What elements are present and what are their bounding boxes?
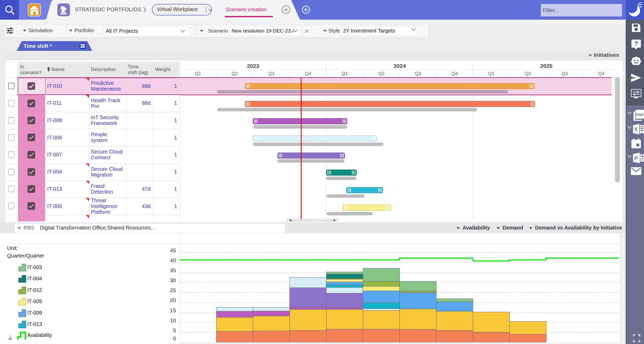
- svg-text:Q4: Q4: [305, 71, 311, 76]
- svg-text:2025: 2025: [540, 63, 553, 69]
- svg-text:2023: 2023: [247, 63, 259, 69]
- svg-text:Q3: Q3: [562, 71, 568, 76]
- svg-text:Q2: Q2: [525, 71, 531, 76]
- svg-text:Q1: Q1: [195, 71, 201, 76]
- svg-text:X: X: [634, 126, 638, 132]
- svg-text:Q3: Q3: [268, 71, 274, 76]
- svg-text:PDF: PDF: [636, 112, 644, 117]
- svg-text:2024: 2024: [394, 63, 406, 69]
- svg-text:Q1: Q1: [488, 71, 494, 76]
- svg-text:Q4: Q4: [452, 71, 458, 76]
- svg-text:Q2: Q2: [232, 71, 238, 76]
- svg-text:?: ?: [634, 40, 638, 47]
- svg-text:Q3: Q3: [415, 71, 421, 76]
- svg-text:Q2: Q2: [378, 71, 384, 76]
- svg-text:Q4: Q4: [598, 71, 604, 76]
- svg-text:Q1: Q1: [342, 71, 348, 76]
- svg-text:P: P: [634, 155, 638, 161]
